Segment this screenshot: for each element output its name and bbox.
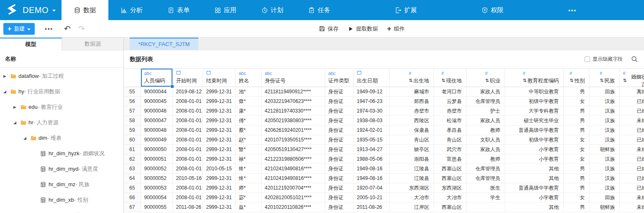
table-cell[interactable]: 江陵县 [389,174,434,183]
table-cell[interactable]: 90000055 [141,203,172,212]
table-cell[interactable]: 已婚 [619,135,644,145]
table-cell[interactable]: 普通高级中学教育 [505,126,563,135]
table-cell[interactable]: 汉族 [589,164,619,174]
table-cell[interactable]: 老河口市 [434,87,466,97]
nav-tab-data[interactable]: 数据 [62,0,108,20]
row-number-cell[interactable]: 57 [124,106,141,116]
table-cell[interactable]: 1913-04-27 [353,145,389,154]
table-cell[interactable]: 小学教育 [505,145,563,154]
column-header-证件类型[interactable]: abc证件类型 [325,69,353,87]
table-cell[interactable]: 身份证 [325,203,353,212]
table-cell[interactable]: 1924-02-01 [353,126,389,135]
table-cell[interactable]: 身份证 [325,87,353,97]
table-cell[interactable]: 孝昌县 [434,126,466,135]
table-cell[interactable]: 42128119740330**** [261,106,325,116]
row-number-cell[interactable]: 67 [124,203,141,212]
nav-tab-plan[interactable]: 计划 [249,0,296,20]
table-cell[interactable]: 已婚 [619,154,644,164]
brand-menu[interactable]: DEMO [0,0,62,20]
table-cell[interactable]: 禄* [235,154,261,164]
table-cell[interactable]: 2999-12-31 [203,203,235,212]
table-cell[interactable]: 武穴市 [434,145,466,154]
table-cell[interactable]: 2008-01-01 [172,154,203,164]
tree-item-hr_dim_hyzk[interactable]: hr_dim_hyzk - 婚姻状况 [0,146,123,161]
table-cell[interactable]: 男 [563,116,589,126]
table-cell[interactable]: 教师 [466,126,505,135]
table-cell[interactable]: 仓库管理员 [466,164,505,174]
table-cell[interactable]: 2999-12-31 [203,97,235,106]
table-cell[interactable]: 东西湖区 [434,183,466,193]
table-cell[interactable]: 终* [235,174,261,183]
table-cell[interactable]: 傅* [235,116,261,126]
table-cell[interactable]: 身份证 [325,154,353,164]
table-cell[interactable]: 毋* [235,97,261,106]
tree-expanded-icon[interactable]: ◢ [23,136,30,140]
table-cell[interactable]: 1949-08-16 [353,174,389,183]
table-cell[interactable]: 松滋市 [434,116,466,126]
table-cell[interactable]: 汉族 [589,126,619,135]
table-cell[interactable]: 池* [235,87,261,97]
table-cell[interactable]: 2011-08-26 [172,203,203,212]
document-tab-active[interactable]: *RKCY_FACT_SJTM [130,38,198,50]
column-header-出生日期[interactable]: 出生日期 [353,69,389,87]
table-cell[interactable]: 教师 [466,154,505,164]
table-cell[interactable]: 2999-12-31 [203,126,235,135]
table-cell[interactable]: 仓库管理员 [466,97,505,106]
table-cell[interactable]: 90000051 [141,154,172,164]
table-cell[interactable]: 保康县 [389,126,434,135]
table-cell[interactable]: 2999-12-31 [203,193,235,203]
table-cell[interactable]: 西塞山区 [434,164,466,174]
column-header-教育程度编码[interactable]: #⇅教育程度编码 [505,69,563,87]
table-cell[interactable]: 1988-05-06 [353,154,389,164]
table-cell[interactable]: 大学专科教育 [505,106,563,116]
column-header-身份证号[interactable]: abc身份证号 [261,69,325,87]
table-cell[interactable]: 2011-08-26 [353,203,389,212]
table-cell[interactable]: 硕士研究生毕业 [505,116,563,126]
table-cell[interactable]: 未婚 [619,193,644,203]
tree-item-hr_dim_xl[interactable]: hr_dim_xl - 学历 [0,208,123,213]
table-cell[interactable]: 2999-12-31 [203,135,235,145]
nav-tab-task[interactable]: 任务 [296,0,343,20]
column-header-姓名[interactable]: abc姓名 [235,69,261,87]
table-cell[interactable] [466,203,505,212]
table-cell[interactable]: 身份证 [325,126,353,135]
table-cell[interactable]: 汉族 [589,106,619,116]
table-cell[interactable]: 师* [235,183,261,193]
table-cell[interactable]: 2008-01-01 [172,106,203,116]
table-cell[interactable]: 身份证 [325,193,353,203]
table-cell[interactable]: 2008-01-01 [172,116,203,126]
nav-tab-more[interactable]: ••• [558,0,587,20]
table-cell[interactable]: 2008-01-01 [172,193,203,203]
table-cell[interactable]: 90000050 [141,145,172,154]
table-cell[interactable]: 小学教育 [505,193,563,203]
table-cell[interactable]: 2999-12-31 [203,174,235,183]
table-cell[interactable]: 仓库管理员 [466,174,505,183]
table-cell[interactable]: 42102419490816**** [261,174,325,183]
table-cell[interactable]: 初级中学教育 [505,97,563,106]
table-cell[interactable]: 身份证 [325,106,353,116]
table-cell[interactable]: 1974-03-30 [353,106,389,116]
row-number-cell[interactable]: 56 [124,97,141,106]
nav-tab-form[interactable]: 表单 [155,0,202,20]
table-cell[interactable]: 猇亭区 [389,145,434,154]
table-cell[interactable]: 已婚 [619,106,644,116]
nav-tab-permission[interactable]: 权限 [469,0,516,20]
column-header-人员编码[interactable]: abc人员编码 [141,69,172,87]
table-cell[interactable]: 已婚 [619,183,644,193]
column-header-结束时间[interactable]: 结束时间 [203,69,235,87]
row-number-cell[interactable]: 64 [124,174,141,183]
tree-expanded-icon[interactable]: ◢ [13,121,20,125]
row-number-cell[interactable]: 65 [124,183,141,193]
row-number-cell[interactable]: 62 [124,154,141,164]
table-cell[interactable]: 汉族 [589,183,619,193]
tree-item-dataflow[interactable]: ▶dataflow - 加工过程 [0,68,123,84]
table-cell[interactable]: 青山区 [389,135,434,145]
table-cell[interactable]: 崇阳县 [389,154,434,164]
nav-tab-analysis[interactable]: 分析 [108,0,155,20]
table-cell[interactable]: 赤壁市 [434,106,466,116]
column-header-民族[interactable]: #⇅民族 [589,69,619,87]
tree-item-hy[interactable]: ◢hy - 行业应用数据 [0,84,123,99]
new-button[interactable]: + 新建 [3,23,35,35]
table-cell[interactable]: 42062619240201**** [261,126,325,135]
table-cell[interactable]: 护士 [466,106,505,116]
